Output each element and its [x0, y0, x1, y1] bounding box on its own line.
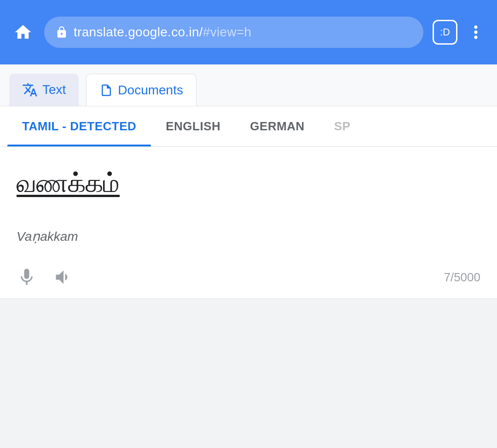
browser-actions: :D: [433, 20, 486, 45]
lang-english[interactable]: ENGLISH: [151, 106, 235, 146]
emoji-button[interactable]: :D: [433, 20, 457, 45]
emoji-label: :D: [440, 26, 450, 38]
tab-text-label: Text: [42, 82, 66, 97]
tamil-input-text[interactable]: வணக்கம்: [17, 165, 480, 201]
more-vert-icon[interactable]: [466, 22, 486, 42]
action-icons: [17, 267, 74, 287]
home-button[interactable]: [11, 20, 35, 44]
lang-spanish-label: SP: [334, 119, 351, 133]
language-bar: TAMIL - DETECTED ENGLISH GERMAN SP: [0, 106, 497, 147]
microphone-icon[interactable]: [17, 267, 37, 287]
volume-icon[interactable]: [53, 267, 74, 287]
input-actions: 7/5000: [17, 262, 480, 287]
address-bar[interactable]: translate.google.co.in/#view=h: [44, 17, 423, 48]
mode-tabs: Text Documents: [0, 64, 497, 106]
char-count: 7/5000: [444, 270, 480, 285]
url-text: translate.google.co.in/#view=h: [74, 25, 251, 40]
lock-icon: [55, 26, 68, 39]
browser-chrome: translate.google.co.in/#view=h :D: [0, 0, 497, 64]
lang-english-label: ENGLISH: [166, 119, 220, 133]
tab-text[interactable]: Text: [9, 74, 79, 106]
lang-tamil-label: TAMIL - DETECTED: [22, 119, 136, 133]
tab-documents-label: Documents: [118, 83, 183, 98]
document-icon: [99, 83, 113, 97]
url-hash: #view=h: [203, 25, 252, 39]
tab-documents[interactable]: Documents: [86, 74, 196, 106]
input-section: வணக்கம் Vaṇakkam 7/5000: [0, 147, 497, 299]
lang-german[interactable]: GERMAN: [235, 106, 319, 146]
lang-spanish[interactable]: SP: [319, 106, 365, 146]
translate-icon: [22, 82, 38, 98]
romanized-text: Vaṇakkam: [17, 229, 480, 244]
lang-tamil[interactable]: TAMIL - DETECTED: [7, 106, 151, 146]
lang-german-label: GERMAN: [250, 119, 305, 133]
